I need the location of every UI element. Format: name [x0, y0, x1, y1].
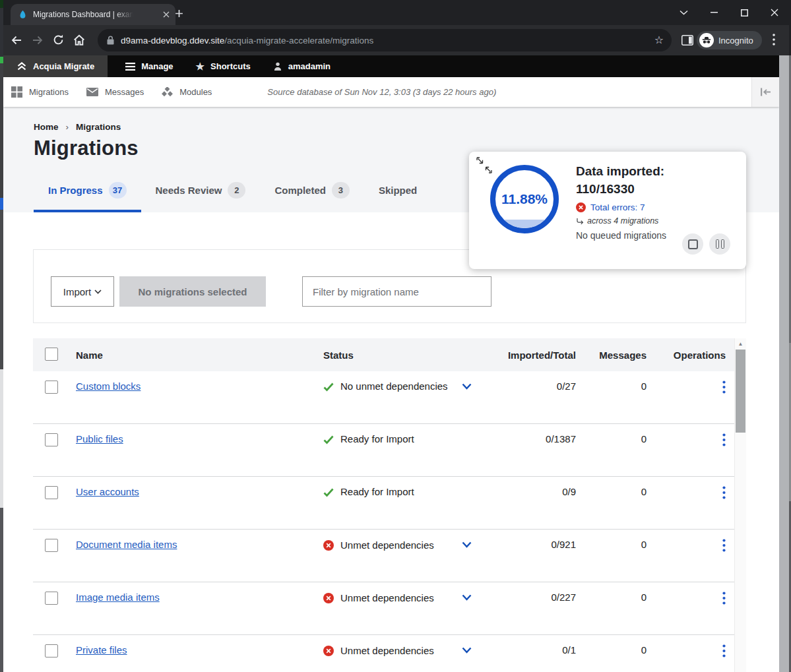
- status-ok-icon: [323, 433, 334, 444]
- import-progress-card: 11.88% Data imported: 110/16330 Total er…: [469, 152, 746, 269]
- double-chevron-up-icon: [16, 61, 27, 71]
- browser-tab[interactable]: Migrations Dashboard | example: [11, 4, 175, 25]
- breadcrumb-current: Migrations: [76, 122, 121, 132]
- toolbar-item-manage[interactable]: Manage: [114, 55, 184, 77]
- across-migrations-note: across 4 migrations: [587, 216, 658, 226]
- tab-count-badge: 3: [332, 182, 350, 199]
- stop-icon: [688, 239, 698, 249]
- tab-completed[interactable]: Completed3: [260, 172, 364, 212]
- tab-in-progress[interactable]: In Progress37: [34, 172, 141, 212]
- toolbar-item-acquia-migrate[interactable]: Acquia Migrate: [3, 55, 108, 77]
- row-operations-kebab-icon[interactable]: [722, 486, 726, 499]
- row-checkbox[interactable]: [45, 381, 58, 394]
- status-expand-chevron-icon[interactable]: [462, 594, 472, 601]
- row-checkbox[interactable]: [45, 644, 58, 657]
- progress-ring-fill: [495, 220, 554, 228]
- migration-filter-input[interactable]: [302, 276, 491, 307]
- select-all-checkbox[interactable]: [45, 348, 58, 361]
- status-error-icon: [323, 592, 334, 603]
- incognito-badge[interactable]: Incognito: [697, 31, 762, 49]
- address-bar[interactable]: d9ama-ddevblog.ddev.site/acquia-migrate-…: [98, 29, 672, 51]
- status-expand-chevron-icon[interactable]: [462, 647, 472, 654]
- table-row: Private filesUnmet dependencies0/10: [33, 635, 735, 672]
- header-imported-total[interactable]: Imported/Total: [477, 350, 576, 361]
- envelope-icon: [86, 88, 98, 96]
- new-tab-button[interactable]: [172, 6, 186, 20]
- status-expand-chevron-icon[interactable]: [462, 383, 472, 390]
- stop-import-button[interactable]: [682, 233, 703, 255]
- nav-item-migrations[interactable]: Migrations: [11, 86, 69, 98]
- window-maximize-icon[interactable]: [729, 0, 759, 25]
- tab-title: Migrations Dashboard | example: [33, 10, 133, 19]
- secondary-toolbar: Migrations Messages Modules Source datab…: [3, 77, 779, 107]
- migration-name-link[interactable]: User accounts: [76, 486, 139, 497]
- migration-name-link[interactable]: Custom blocks: [76, 381, 141, 392]
- incognito-label: Incognito: [718, 36, 753, 46]
- tab-skipped[interactable]: Skipped: [364, 172, 431, 212]
- lock-icon: [107, 36, 114, 45]
- window-menu-chevron-icon[interactable]: [668, 0, 699, 25]
- row-operations-kebab-icon[interactable]: [722, 539, 726, 552]
- row-operations-kebab-icon[interactable]: [722, 433, 726, 446]
- header-status[interactable]: Status: [303, 350, 477, 361]
- import-dropdown-button[interactable]: Import: [51, 276, 114, 307]
- tab-label: In Progress: [48, 185, 103, 196]
- status-error-icon: [323, 644, 334, 656]
- status-text: Unmet dependencies: [340, 645, 434, 656]
- migration-name-link[interactable]: Public files: [76, 433, 123, 444]
- window-minimize-icon[interactable]: [699, 0, 729, 25]
- row-checkbox[interactable]: [45, 592, 58, 605]
- table-row: Document media itemsUnmet dependencies0/…: [33, 530, 735, 582]
- breadcrumb-home-link[interactable]: Home: [34, 122, 59, 132]
- scrollbar-up-arrow-icon[interactable]: ▲: [735, 338, 746, 350]
- side-panel-icon[interactable]: [681, 35, 693, 46]
- home-icon[interactable]: [73, 34, 85, 46]
- toolbar-item-user[interactable]: amadamin: [262, 55, 342, 77]
- data-imported-fraction: 110/16330: [576, 180, 738, 198]
- toolbar-collapse-button[interactable]: [751, 77, 779, 107]
- row-checkbox[interactable]: [45, 486, 58, 499]
- header-messages[interactable]: Messages: [576, 350, 647, 361]
- bookmark-star-icon[interactable]: ☆: [654, 35, 664, 46]
- url-host: d9ama-ddevblog.ddev.site: [121, 36, 224, 46]
- status-text: Unmet dependencies: [340, 592, 434, 603]
- imported-total-value: 0/27: [477, 381, 576, 392]
- nav-item-label: Messages: [105, 87, 144, 97]
- row-checkbox[interactable]: [45, 539, 58, 552]
- migration-name-link[interactable]: Image media items: [76, 592, 160, 603]
- toolbar-item-shortcuts[interactable]: ★ Shortcuts: [185, 55, 262, 77]
- header-name[interactable]: Name: [62, 350, 303, 361]
- window-close-icon[interactable]: [759, 0, 790, 25]
- row-checkbox[interactable]: [45, 433, 58, 446]
- migration-name-link[interactable]: Private files: [76, 644, 127, 656]
- table-scrollbar[interactable]: ▲: [734, 338, 746, 672]
- imported-total-value: 0/921: [477, 539, 576, 550]
- forward-icon[interactable]: [32, 34, 44, 46]
- row-operations-kebab-icon[interactable]: [722, 644, 726, 657]
- import-label: Import: [63, 286, 92, 297]
- resize-se-arrow-icon[interactable]: [476, 156, 484, 165]
- status-ok-icon: [323, 486, 334, 497]
- pause-import-button[interactable]: [709, 233, 730, 255]
- tab-needs-review[interactable]: Needs Review2: [141, 172, 261, 212]
- background-left-sliver: [0, 0, 3, 672]
- total-errors-link[interactable]: Total errors: 7: [590, 202, 645, 212]
- table-scrollbar-thumb[interactable]: [736, 350, 745, 433]
- browser-menu-kebab-icon[interactable]: [773, 34, 775, 46]
- browser-page-scrollbar[interactable]: [779, 55, 789, 672]
- status-expand-chevron-icon[interactable]: [462, 541, 472, 548]
- nav-item-modules[interactable]: Modules: [162, 87, 212, 98]
- resize-nw-arrow-icon[interactable]: [484, 166, 493, 174]
- migration-tabs: In Progress37Needs Review2Completed3Skip…: [34, 172, 431, 212]
- toolbar-item-label: Manage: [141, 61, 173, 71]
- migration-name-link[interactable]: Document media items: [76, 539, 177, 550]
- row-operations-kebab-icon[interactable]: [722, 381, 726, 394]
- nav-item-messages[interactable]: Messages: [86, 87, 144, 97]
- tab-close-icon[interactable]: [163, 11, 170, 18]
- imported-total-value: 0/1387: [477, 433, 576, 444]
- reload-icon[interactable]: [53, 34, 64, 46]
- row-operations-kebab-icon[interactable]: [722, 592, 726, 605]
- back-icon[interactable]: [11, 34, 22, 46]
- tab-label: Needs Review: [156, 185, 222, 196]
- table-row: Image media itemsUnmet dependencies0/227…: [33, 582, 735, 635]
